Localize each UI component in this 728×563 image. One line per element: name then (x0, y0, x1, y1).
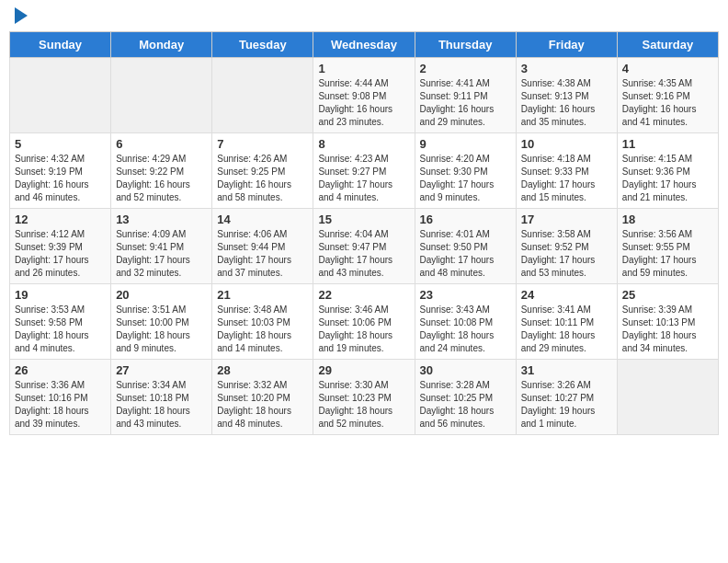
day-number: 2 (420, 62, 511, 75)
day-cell (617, 360, 718, 435)
weekday-header-thursday: Thursday (415, 32, 516, 58)
day-cell: 6Sunrise: 4:29 AM Sunset: 9:22 PM Daylig… (111, 133, 212, 209)
day-cell: 14Sunrise: 4:06 AM Sunset: 9:44 PM Dayli… (212, 209, 313, 284)
day-info: Sunrise: 4:32 AM Sunset: 9:19 PM Dayligh… (15, 153, 106, 204)
weekday-header-sunday: Sunday (10, 32, 111, 58)
day-number: 9 (420, 137, 511, 151)
day-info: Sunrise: 3:36 AM Sunset: 10:16 PM Daylig… (15, 379, 106, 431)
calendar-table: SundayMondayTuesdayWednesdayThursdayFrid… (9, 31, 719, 435)
day-number: 13 (116, 213, 207, 226)
day-info: Sunrise: 4:20 AM Sunset: 9:30 PM Dayligh… (420, 153, 511, 204)
day-cell: 20Sunrise: 3:51 AM Sunset: 10:00 PM Dayl… (111, 284, 212, 360)
week-row-5: 26Sunrise: 3:36 AM Sunset: 10:16 PM Dayl… (10, 360, 719, 435)
day-info: Sunrise: 4:04 AM Sunset: 9:47 PM Dayligh… (318, 228, 409, 280)
day-cell: 25Sunrise: 3:39 AM Sunset: 10:13 PM Dayl… (617, 284, 718, 360)
day-cell (212, 58, 313, 133)
day-info: Sunrise: 4:06 AM Sunset: 9:44 PM Dayligh… (217, 228, 308, 280)
weekday-header-row: SundayMondayTuesdayWednesdayThursdayFrid… (10, 32, 719, 58)
day-info: Sunrise: 4:35 AM Sunset: 9:16 PM Dayligh… (622, 77, 713, 129)
day-cell: 23Sunrise: 3:43 AM Sunset: 10:08 PM Dayl… (415, 284, 516, 360)
day-info: Sunrise: 3:39 AM Sunset: 10:13 PM Daylig… (622, 304, 713, 355)
day-cell: 7Sunrise: 4:26 AM Sunset: 9:25 PM Daylig… (212, 133, 313, 209)
day-cell: 26Sunrise: 3:36 AM Sunset: 10:16 PM Dayl… (10, 360, 111, 435)
day-info: Sunrise: 4:29 AM Sunset: 9:22 PM Dayligh… (116, 153, 207, 204)
day-cell: 21Sunrise: 3:48 AM Sunset: 10:03 PM Dayl… (212, 284, 313, 360)
day-number: 22 (318, 288, 409, 302)
day-info: Sunrise: 4:01 AM Sunset: 9:50 PM Dayligh… (420, 228, 511, 280)
week-row-2: 5Sunrise: 4:32 AM Sunset: 9:19 PM Daylig… (10, 133, 719, 209)
day-info: Sunrise: 3:34 AM Sunset: 10:18 PM Daylig… (116, 379, 207, 431)
day-cell: 27Sunrise: 3:34 AM Sunset: 10:18 PM Dayl… (111, 360, 212, 435)
day-number: 23 (420, 288, 511, 302)
weekday-header-wednesday: Wednesday (313, 32, 415, 58)
day-number: 5 (15, 137, 106, 151)
day-number: 27 (116, 363, 207, 377)
day-info: Sunrise: 4:44 AM Sunset: 9:08 PM Dayligh… (318, 77, 409, 129)
day-cell (10, 58, 111, 133)
day-cell (111, 58, 212, 133)
day-cell: 8Sunrise: 4:23 AM Sunset: 9:27 PM Daylig… (313, 133, 415, 209)
day-number: 18 (622, 213, 713, 226)
day-number: 14 (217, 213, 308, 226)
day-cell: 3Sunrise: 4:38 AM Sunset: 9:13 PM Daylig… (516, 58, 617, 133)
day-number: 29 (318, 363, 409, 377)
day-info: Sunrise: 4:18 AM Sunset: 9:33 PM Dayligh… (521, 153, 612, 204)
day-info: Sunrise: 3:53 AM Sunset: 9:58 PM Dayligh… (15, 304, 106, 355)
day-number: 20 (116, 288, 207, 302)
day-number: 15 (318, 213, 409, 226)
day-cell: 19Sunrise: 3:53 AM Sunset: 9:58 PM Dayli… (10, 284, 111, 360)
day-cell: 29Sunrise: 3:30 AM Sunset: 10:23 PM Dayl… (313, 360, 415, 435)
logo-arrow-icon (15, 7, 28, 24)
day-info: Sunrise: 3:48 AM Sunset: 10:03 PM Daylig… (217, 304, 308, 355)
page-header (9, 9, 719, 24)
day-info: Sunrise: 4:41 AM Sunset: 9:11 PM Dayligh… (420, 77, 511, 129)
weekday-header-saturday: Saturday (617, 32, 718, 58)
week-row-1: 1Sunrise: 4:44 AM Sunset: 9:08 PM Daylig… (10, 58, 719, 133)
week-row-3: 12Sunrise: 4:12 AM Sunset: 9:39 PM Dayli… (10, 209, 719, 284)
day-cell: 17Sunrise: 3:58 AM Sunset: 9:52 PM Dayli… (516, 209, 617, 284)
day-cell: 1Sunrise: 4:44 AM Sunset: 9:08 PM Daylig… (313, 58, 415, 133)
day-info: Sunrise: 3:58 AM Sunset: 9:52 PM Dayligh… (521, 228, 612, 280)
day-cell: 10Sunrise: 4:18 AM Sunset: 9:33 PM Dayli… (516, 133, 617, 209)
day-number: 31 (521, 363, 612, 377)
day-cell: 24Sunrise: 3:41 AM Sunset: 10:11 PM Dayl… (516, 284, 617, 360)
day-number: 1 (318, 62, 409, 75)
day-cell: 28Sunrise: 3:32 AM Sunset: 10:20 PM Dayl… (212, 360, 313, 435)
day-info: Sunrise: 4:23 AM Sunset: 9:27 PM Dayligh… (318, 153, 409, 204)
day-number: 30 (420, 363, 511, 377)
day-info: Sunrise: 4:15 AM Sunset: 9:36 PM Dayligh… (622, 153, 713, 204)
day-number: 10 (521, 137, 612, 151)
day-cell: 2Sunrise: 4:41 AM Sunset: 9:11 PM Daylig… (415, 58, 516, 133)
week-row-4: 19Sunrise: 3:53 AM Sunset: 9:58 PM Dayli… (10, 284, 719, 360)
day-number: 26 (15, 363, 106, 377)
day-info: Sunrise: 4:26 AM Sunset: 9:25 PM Dayligh… (217, 153, 308, 204)
day-number: 21 (217, 288, 308, 302)
day-cell: 18Sunrise: 3:56 AM Sunset: 9:55 PM Dayli… (617, 209, 718, 284)
day-info: Sunrise: 4:09 AM Sunset: 9:41 PM Dayligh… (116, 228, 207, 280)
weekday-header-monday: Monday (111, 32, 212, 58)
day-cell: 30Sunrise: 3:28 AM Sunset: 10:25 PM Dayl… (415, 360, 516, 435)
day-cell: 11Sunrise: 4:15 AM Sunset: 9:36 PM Dayli… (617, 133, 718, 209)
day-info: Sunrise: 4:12 AM Sunset: 9:39 PM Dayligh… (15, 228, 106, 280)
day-info: Sunrise: 4:38 AM Sunset: 9:13 PM Dayligh… (521, 77, 612, 129)
day-number: 28 (217, 363, 308, 377)
day-number: 3 (521, 62, 612, 75)
day-info: Sunrise: 3:41 AM Sunset: 10:11 PM Daylig… (521, 304, 612, 355)
day-cell: 13Sunrise: 4:09 AM Sunset: 9:41 PM Dayli… (111, 209, 212, 284)
day-number: 7 (217, 137, 308, 151)
day-number: 6 (116, 137, 207, 151)
day-number: 8 (318, 137, 409, 151)
day-number: 19 (15, 288, 106, 302)
logo (13, 9, 28, 24)
day-info: Sunrise: 3:51 AM Sunset: 10:00 PM Daylig… (116, 304, 207, 355)
day-number: 24 (521, 288, 612, 302)
day-info: Sunrise: 3:43 AM Sunset: 10:08 PM Daylig… (420, 304, 511, 355)
day-number: 12 (15, 213, 106, 226)
day-info: Sunrise: 3:56 AM Sunset: 9:55 PM Dayligh… (622, 228, 713, 280)
day-number: 4 (622, 62, 713, 75)
day-cell: 9Sunrise: 4:20 AM Sunset: 9:30 PM Daylig… (415, 133, 516, 209)
day-info: Sunrise: 3:26 AM Sunset: 10:27 PM Daylig… (521, 379, 612, 431)
day-cell: 12Sunrise: 4:12 AM Sunset: 9:39 PM Dayli… (10, 209, 111, 284)
day-info: Sunrise: 3:28 AM Sunset: 10:25 PM Daylig… (420, 379, 511, 431)
day-cell: 5Sunrise: 4:32 AM Sunset: 9:19 PM Daylig… (10, 133, 111, 209)
